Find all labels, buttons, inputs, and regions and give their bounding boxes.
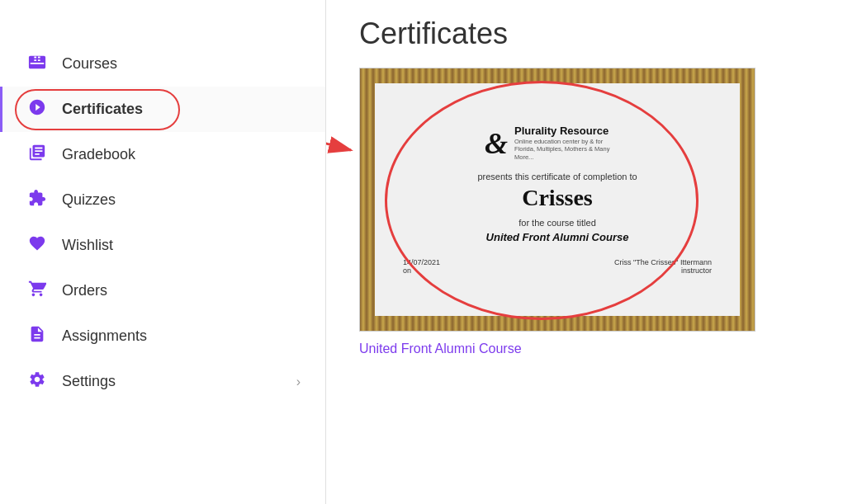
courses-icon [27, 53, 47, 75]
cert-date: 14/07/2021 [403, 258, 440, 266]
sidebar-item-certificates[interactable]: Certificates [0, 87, 325, 132]
quizzes-label: Quizzes [62, 191, 301, 209]
cert-course-name: United Front Alumni Course [486, 231, 629, 243]
sidebar-item-wishlist[interactable]: Wishlist [0, 223, 325, 268]
cert-instructor-label: instructor [614, 266, 712, 275]
course-link[interactable]: United Front Alumni Course [359, 341, 755, 356]
settings-label: Settings [62, 373, 296, 390]
wishlist-icon [27, 234, 47, 257]
main-content: Certificates & [326, 0, 843, 504]
orders-icon [27, 280, 47, 302]
cert-ampersand: & [485, 126, 508, 161]
courses-label: Courses [62, 55, 301, 73]
sidebar-item-gradebook[interactable]: Gradebook [0, 132, 325, 177]
gradebook-label: Gradebook [62, 146, 301, 163]
sidebar-item-courses[interactable]: Courses [0, 41, 325, 87]
wishlist-label: Wishlist [62, 237, 301, 254]
cert-recipient-name: Crisses [522, 185, 593, 211]
assignments-icon [27, 325, 47, 347]
cert-presents-text: presents this certificate of completion … [477, 172, 637, 181]
certificates-icon [27, 98, 47, 120]
certificates-label: Certificates [62, 101, 301, 118]
avatar-area [0, 8, 325, 33]
sidebar-item-assignments[interactable]: Assignments [0, 313, 325, 359]
cert-provider-subtitle: Online education center by & forFlorida,… [514, 138, 630, 162]
sidebar-item-settings[interactable]: Settings › [0, 359, 325, 404]
sidebar-item-orders[interactable]: Orders [0, 268, 325, 313]
sidebar: Courses Certificates Gradebook Quizzes W… [0, 0, 326, 504]
quizzes-icon [27, 189, 47, 211]
cert-for-text: for the course titled [519, 218, 596, 228]
sidebar-item-quizzes[interactable]: Quizzes [0, 177, 325, 223]
settings-icon [27, 370, 47, 393]
cert-provider-name: Plurality Resource [514, 125, 630, 138]
gradebook-icon [27, 144, 47, 166]
page-title: Certificates [359, 16, 810, 51]
settings-arrow-icon: › [296, 374, 301, 389]
assignments-label: Assignments [62, 327, 301, 345]
certificate-card: & Plurality Resource Online education ce… [359, 68, 755, 356]
cert-date-label: on [403, 266, 440, 275]
certificate-image-wrapper: & Plurality Resource Online education ce… [359, 68, 755, 332]
orders-label: Orders [62, 282, 301, 299]
cert-instructor: Criss "The Crisses" Ittermann [614, 258, 712, 266]
